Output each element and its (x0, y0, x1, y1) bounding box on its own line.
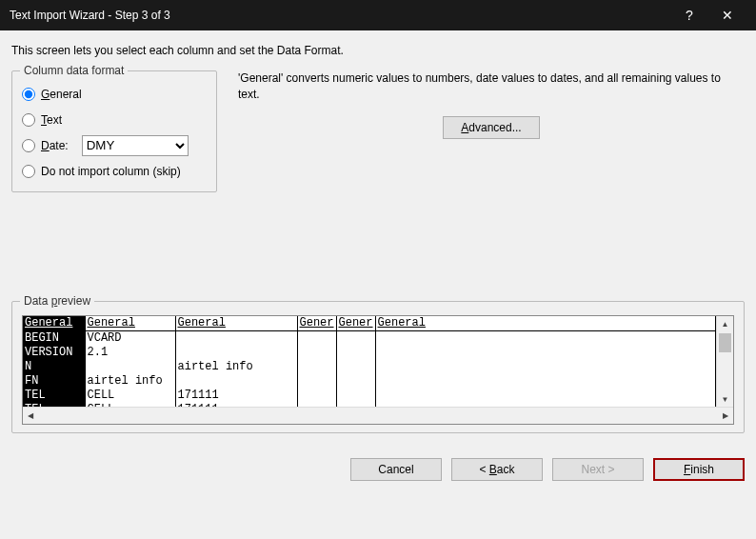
col-header[interactable]: General (375, 316, 715, 330)
date-format-select[interactable]: DMY (82, 135, 189, 156)
scroll-up-icon[interactable]: ▲ (717, 316, 733, 331)
col-header[interactable]: Gener (297, 316, 336, 330)
col-header[interactable]: General (175, 316, 297, 330)
preview-header-row: General General General Gener Gener Gene… (23, 316, 716, 330)
scroll-left-icon[interactable]: ◀ (23, 408, 38, 424)
radio-text[interactable] (22, 113, 35, 127)
horizontal-scrollbar[interactable]: ◀ ▶ (23, 407, 733, 424)
scroll-right-icon[interactable]: ▶ (718, 408, 733, 424)
radio-skip[interactable] (22, 165, 35, 178)
column-data-format-group: Column data format General Text Date: DM… (11, 70, 217, 192)
col-header[interactable]: General (23, 316, 85, 330)
next-button: Next > (552, 458, 644, 481)
dialog-body: This screen lets you select each column … (0, 30, 756, 441)
format-legend: Column data format (20, 64, 128, 77)
finish-button[interactable]: Finish (653, 458, 745, 481)
back-button[interactable]: < Back (451, 458, 543, 481)
format-info-text: 'General' converts numeric values to num… (238, 70, 745, 103)
titlebar: Text Import Wizard - Step 3 of 3 ? ✕ (0, 0, 756, 30)
data-preview-group: Data preview General General General Gen… (11, 301, 745, 433)
radio-general[interactable] (22, 88, 35, 101)
col-header[interactable]: General (85, 316, 175, 330)
table-row: VERSION2.1 (23, 345, 716, 359)
cancel-button[interactable]: Cancel (350, 458, 442, 481)
advanced-button[interactable]: Advanced... (443, 116, 539, 139)
table-row: TELCELL171111 (23, 388, 716, 402)
radio-skip-label[interactable]: Do not import column (skip) (41, 165, 181, 178)
format-info-area: 'General' converts numeric values to num… (227, 70, 745, 192)
radio-text-label[interactable]: Text (41, 113, 62, 127)
vertical-scrollbar[interactable]: ▲ ▼ (716, 316, 733, 407)
window-title: Text Import Wizard - Step 3 of 3 (10, 9, 670, 22)
close-button[interactable]: ✕ (708, 0, 746, 30)
table-row: TELCELL171111 (23, 402, 716, 407)
radio-date-label[interactable]: Date: (41, 139, 69, 152)
button-row: Cancel < Back Next > Finish (0, 441, 756, 490)
table-row: BEGINVCARD (23, 330, 716, 345)
instruction-text: This screen lets you select each column … (11, 44, 745, 57)
scroll-down-icon[interactable]: ▼ (717, 391, 733, 407)
scroll-track[interactable] (38, 408, 718, 424)
scroll-thumb[interactable] (719, 333, 731, 352)
table-row: FNairtel info (23, 373, 716, 388)
scroll-track[interactable] (717, 354, 733, 391)
preview-table[interactable]: General General General Gener Gener Gene… (23, 316, 716, 407)
help-button[interactable]: ? (670, 0, 708, 30)
preview-legend: Data preview (20, 294, 94, 308)
radio-date[interactable] (22, 139, 35, 152)
radio-general-label[interactable]: General (41, 88, 82, 101)
col-header[interactable]: Gener (336, 316, 375, 330)
table-row: Nairtel info (23, 359, 716, 373)
preview-container: General General General Gener Gener Gene… (22, 315, 734, 425)
